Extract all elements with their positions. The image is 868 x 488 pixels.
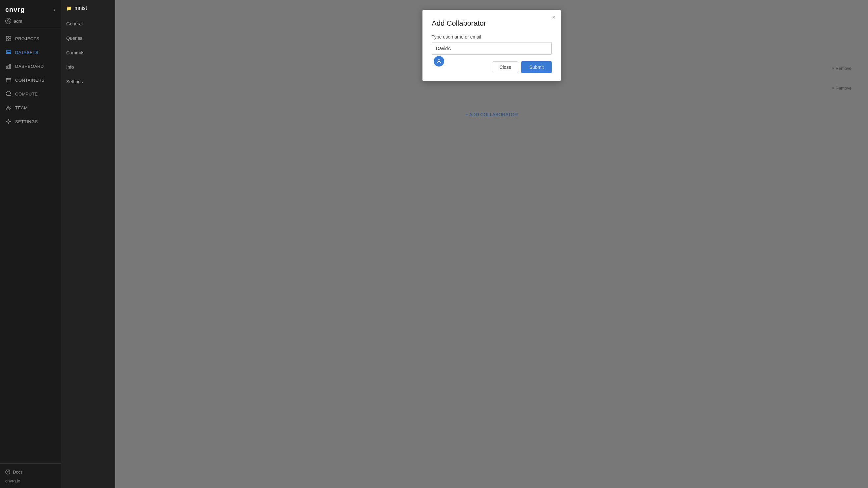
second-nav-info[interactable]: Info (61, 60, 115, 74)
app-logo: cnvrg (5, 6, 25, 13)
chart-icon (5, 63, 12, 69)
docs-link[interactable]: ? Docs (5, 467, 56, 477)
layers-icon (5, 49, 12, 56)
main-nav: PROJECTS DATASETS DASHBOARD (0, 28, 61, 463)
team-label: TEAM (15, 105, 28, 110)
user-section: adm (0, 17, 61, 28)
sidebar-item-containers[interactable]: CONTAINERS (0, 73, 61, 87)
help-icon: ? (5, 469, 10, 475)
svg-rect-7 (6, 50, 11, 51)
second-nav-general[interactable]: General (61, 17, 115, 31)
modal-actions: Close Submit (432, 61, 552, 73)
sidebar-item-compute[interactable]: COMPUTE (0, 87, 61, 101)
user-avatar (5, 18, 11, 24)
modal-input-label: Type username or email (432, 34, 552, 39)
second-nav-queries[interactable]: Queries (61, 31, 115, 45)
collaborator-input[interactable] (432, 42, 552, 55)
left-sidebar: cnvrg ‹ adm PROJECTS (0, 0, 61, 488)
sidebar-item-projects[interactable]: PROJECTS (0, 32, 61, 45)
sidebar-item-datasets[interactable]: DATASETS (0, 45, 61, 59)
user-suggestion-icon (436, 58, 442, 64)
close-button[interactable]: Close (493, 61, 518, 73)
second-nav-settings[interactable]: Settings (61, 74, 115, 89)
dataset-nav: General Queries Commits Info Settings (61, 14, 115, 91)
box-icon (5, 77, 12, 83)
sidebar-item-settings[interactable]: SETTINGS (0, 115, 61, 128)
submit-button[interactable]: Submit (521, 61, 552, 73)
team-icon (5, 104, 12, 111)
cnvrg-io-label: cnvrg.io (5, 477, 56, 484)
projects-label: PROJECTS (15, 36, 39, 41)
svg-rect-4 (9, 39, 11, 41)
compute-label: COMPUTE (15, 92, 38, 96)
suggestion-badge[interactable] (434, 56, 444, 67)
sidebar-item-team[interactable]: TEAM (0, 101, 61, 115)
dashboard-label: DASHBOARD (15, 64, 44, 69)
svg-rect-10 (9, 64, 10, 68)
settings-label: SETTINGS (15, 119, 38, 124)
modal-input-wrapper (432, 42, 552, 55)
cloud-icon (5, 91, 12, 97)
gear-icon (5, 118, 12, 125)
svg-rect-6 (6, 53, 11, 54)
svg-rect-2 (9, 36, 11, 38)
dataset-title-area: 📁 mnist (61, 0, 115, 14)
containers-label: CONTAINERS (15, 78, 44, 83)
second-sidebar: 📁 mnist General Queries Commits Info Set… (61, 0, 115, 488)
svg-rect-1 (6, 36, 8, 38)
collapse-button[interactable]: ‹ (54, 7, 56, 13)
svg-point-17 (438, 60, 440, 62)
folder-icon: 📁 (66, 6, 72, 11)
modal-title: Add Collaborator (432, 19, 552, 28)
second-nav-commits[interactable]: Commits (61, 45, 115, 60)
add-collaborator-modal: × Add Collaborator Type username or emai… (423, 10, 561, 81)
sidebar-header: cnvrg ‹ (0, 0, 61, 17)
svg-rect-11 (6, 78, 11, 82)
username-label: adm (14, 19, 22, 24)
main-content: × Remove × Remove + ADD COLLABORATOR × A… (115, 0, 868, 488)
datasets-label: DATASETS (15, 50, 38, 55)
svg-rect-5 (6, 51, 11, 52)
modal-overlay: × Add Collaborator Type username or emai… (115, 0, 868, 488)
svg-text:?: ? (7, 470, 8, 474)
svg-point-13 (9, 106, 10, 107)
svg-rect-8 (6, 66, 7, 68)
svg-rect-9 (8, 65, 9, 68)
modal-close-button[interactable]: × (552, 14, 556, 21)
grid-icon (5, 35, 12, 42)
docs-label: Docs (13, 469, 23, 475)
sidebar-item-dashboard[interactable]: DASHBOARD (0, 59, 61, 73)
sidebar-footer: ? Docs cnvrg.io (0, 463, 61, 488)
svg-point-12 (7, 106, 9, 108)
dataset-name: mnist (74, 5, 87, 11)
svg-rect-3 (6, 39, 8, 41)
svg-point-14 (8, 121, 9, 123)
